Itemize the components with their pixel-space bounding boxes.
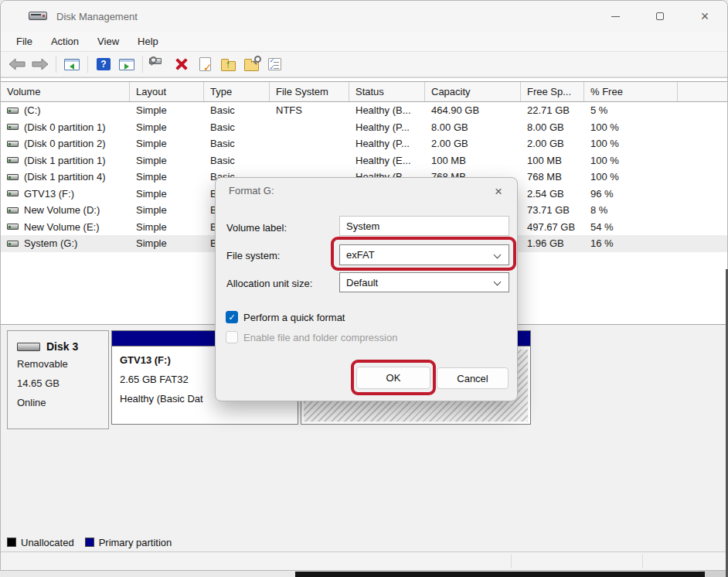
drive-icon: [7, 124, 19, 130]
drive-icon: [7, 190, 19, 196]
cell-capacity: 464.90 GB: [425, 104, 521, 116]
cell-layout: Simple: [130, 204, 204, 216]
delete-button[interactable]: [170, 54, 193, 74]
disk-size: 14.65 GB: [17, 375, 108, 391]
file-system-label: File system:: [226, 250, 280, 261]
volume-label-label: Volume label:: [226, 222, 287, 234]
cell-type: Basic: [204, 138, 270, 149]
cell-pct: 100 %: [584, 121, 678, 133]
drive-icon: [7, 224, 19, 230]
minimize-button[interactable]: [593, 1, 638, 32]
cell-pct: 16 %: [584, 237, 678, 249]
cell-layout: Simple: [130, 121, 204, 133]
cell-type: Basic: [204, 155, 270, 166]
cell-free: 768 MB: [521, 171, 584, 183]
menu-view[interactable]: View: [90, 33, 127, 50]
disk-management-window: Disk Management × File Action View Help: [0, 0, 728, 571]
help-button[interactable]: ?: [92, 54, 115, 74]
menubar: File Action View Help: [1, 32, 727, 52]
cell-status: Healthy (P...: [349, 138, 425, 149]
allocation-dropdown[interactable]: Default: [339, 272, 509, 292]
forward-button[interactable]: [29, 54, 52, 74]
cell-type: Basic: [204, 104, 270, 116]
cell-layout: Simple: [130, 237, 204, 249]
check-icon: ✓: [228, 312, 235, 323]
cell-capacity: 2.00 GB: [425, 138, 521, 149]
menu-help[interactable]: Help: [130, 33, 166, 50]
volume-name: (Disk 0 partition 1): [24, 121, 105, 133]
disk-status: Online: [17, 394, 108, 411]
check-document-button[interactable]: ✓: [193, 54, 216, 74]
allocation-value: Default: [346, 277, 378, 288]
back-icon: [9, 58, 26, 70]
volume-row[interactable]: (Disk 0 partition 2) Simple Basic Health…: [1, 135, 727, 152]
cell-free: 497.67 GB: [521, 221, 584, 233]
cell-pct: 8 %: [584, 204, 678, 216]
cell-pct: 100 %: [584, 171, 678, 183]
volume-name: System (G:): [24, 237, 77, 249]
maximize-button[interactable]: [638, 1, 682, 32]
cell-type: Basic: [204, 121, 270, 133]
drive-icon: [7, 174, 19, 180]
drive-icon: [7, 207, 19, 213]
toolbar: ? ✓ ↑: [1, 52, 727, 77]
checklist-icon: ✓✓: [268, 58, 281, 70]
primary-partition-label: Primary partition: [99, 537, 172, 548]
col-type[interactable]: Type: [204, 82, 270, 101]
volume-name: (C:): [24, 104, 41, 116]
unallocated-swatch: [7, 538, 16, 547]
back-button[interactable]: [5, 54, 29, 74]
cell-layout: Simple: [130, 155, 204, 166]
console-tree-icon: [64, 59, 80, 70]
col-status[interactable]: Status: [349, 82, 425, 101]
menu-action[interactable]: Action: [43, 33, 87, 50]
magnifier-icon: [254, 56, 261, 63]
disk-3-panel[interactable]: Disk 3 Removable 14.65 GB Online: [7, 330, 109, 429]
menu-file[interactable]: File: [9, 33, 40, 50]
quick-format-checkbox[interactable]: ✓: [226, 311, 238, 323]
volume-name: (Disk 1 partition 1): [24, 155, 105, 166]
close-icon: ×: [495, 184, 502, 200]
titlebar: Disk Management ×: [1, 1, 727, 32]
checklist-button[interactable]: ✓✓: [263, 54, 286, 74]
cancel-button[interactable]: Cancel: [437, 367, 509, 389]
folder-up-button[interactable]: ↑: [216, 54, 240, 74]
help-icon: ?: [97, 58, 111, 70]
quick-format-label[interactable]: Perform a quick format: [243, 312, 345, 323]
col-file-system[interactable]: File System: [270, 82, 349, 101]
chevron-down-icon: [494, 251, 502, 259]
drive-icon: [7, 108, 19, 114]
volume-label-input[interactable]: [339, 216, 509, 236]
cell-free: 2.54 GB: [521, 188, 584, 200]
forward-icon: [32, 58, 49, 70]
col-percent-free[interactable]: % Free: [584, 82, 678, 101]
toolbar-separator: [87, 56, 88, 73]
toolbar-separator: [56, 56, 56, 73]
cell-free: 73.71 GB: [521, 204, 584, 216]
close-button[interactable]: ×: [682, 1, 727, 32]
col-layout[interactable]: Layout: [130, 82, 204, 101]
volume-row[interactable]: (Disk 0 partition 1) Simple Basic Health…: [1, 119, 727, 136]
drive-search-button[interactable]: [147, 54, 170, 74]
cell-status: Healthy (B...: [349, 104, 425, 116]
unallocated-label: Unallocated: [21, 537, 74, 548]
cell-layout: Simple: [130, 138, 204, 149]
ok-button[interactable]: OK: [356, 367, 430, 389]
volume-name: New Volume (D:): [24, 204, 100, 216]
file-system-dropdown[interactable]: exFAT: [339, 244, 509, 265]
volume-row[interactable]: (C:) Simple Basic NTFS Healthy (B... 464…: [1, 102, 727, 119]
window-title: Disk Management: [56, 11, 138, 22]
col-free-space[interactable]: Free Sp...: [521, 82, 584, 101]
console-tree-button[interactable]: [60, 54, 83, 74]
volume-row[interactable]: (Disk 1 partition 1) Simple Basic Health…: [1, 152, 727, 169]
col-volume[interactable]: Volume: [1, 82, 130, 101]
action-pane-icon: [119, 59, 134, 70]
folder-search-button[interactable]: [240, 54, 263, 74]
dialog-close-button[interactable]: ×: [489, 183, 508, 201]
drive-icon: [7, 157, 19, 163]
cell-fs: NTFS: [270, 104, 349, 116]
volume-name: GTV13 (F:): [24, 188, 74, 200]
magnifier-icon: [150, 56, 157, 63]
action-pane-button[interactable]: [115, 54, 138, 74]
col-capacity[interactable]: Capacity: [425, 82, 521, 101]
